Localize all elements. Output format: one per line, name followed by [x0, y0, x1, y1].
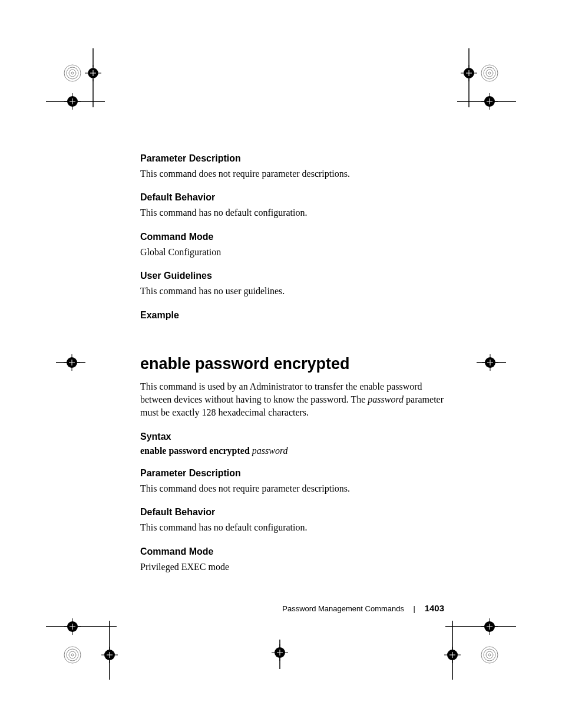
- crop-mark-top-right: [451, 48, 516, 113]
- crop-mark-right-middle: [477, 354, 506, 371]
- page-footer: Password Management Commands | 1403: [282, 603, 444, 613]
- crop-mark-top-left: [46, 48, 111, 113]
- heading-default-behavior-1: Default Behavior: [140, 192, 448, 203]
- svg-point-48: [67, 649, 78, 661]
- heading-example: Example: [140, 310, 448, 321]
- body-default-behavior-2: This command has no default configuratio…: [140, 521, 448, 534]
- body-user-guidelines: This command has no user guidelines.: [140, 285, 448, 298]
- crop-mark-bottom-left: [46, 615, 123, 680]
- page-content: Parameter Description This command does …: [140, 153, 448, 585]
- svg-point-64: [484, 649, 495, 661]
- heading-parameter-description-1: Parameter Description: [140, 153, 448, 164]
- svg-point-4: [69, 70, 76, 77]
- footer-section: Password Management Commands: [282, 604, 404, 613]
- heading-command-mode-1: Command Mode: [140, 232, 448, 242]
- svg-point-21: [486, 70, 493, 77]
- main-heading: enable password encrypted: [140, 355, 448, 373]
- footer-separator: |: [414, 604, 415, 613]
- crop-mark-bottom-center: [265, 640, 295, 669]
- syntax-line: enable password encrypted password: [140, 446, 448, 456]
- password-italic: password: [368, 394, 404, 404]
- svg-point-49: [69, 651, 76, 658]
- heading-user-guidelines: User Guidelines: [140, 271, 448, 281]
- svg-point-50: [71, 654, 74, 656]
- body-parameter-description-2: This command does not require parameter …: [140, 482, 448, 495]
- crop-mark-bottom-right: [439, 615, 516, 680]
- body-command-mode-1: Global Configuration: [140, 246, 448, 259]
- heading-parameter-description-2: Parameter Description: [140, 468, 448, 479]
- svg-point-5: [71, 72, 74, 74]
- body-parameter-description-1: This command does not require parameter …: [140, 167, 448, 180]
- main-body: This command is used by an Administrator…: [140, 380, 448, 420]
- svg-point-65: [486, 651, 493, 658]
- svg-point-20: [484, 67, 495, 79]
- svg-point-3: [67, 67, 78, 79]
- body-command-mode-2: Privileged EXEC mode: [140, 561, 448, 574]
- heading-default-behavior-2: Default Behavior: [140, 507, 448, 518]
- footer-page-number: 1403: [425, 603, 444, 613]
- svg-point-22: [488, 72, 491, 74]
- svg-point-66: [488, 654, 491, 656]
- crop-mark-left-middle: [56, 354, 85, 371]
- heading-command-mode-2: Command Mode: [140, 546, 448, 557]
- heading-syntax: Syntax: [140, 431, 448, 442]
- body-default-behavior-1: This command has no default configuratio…: [140, 206, 448, 219]
